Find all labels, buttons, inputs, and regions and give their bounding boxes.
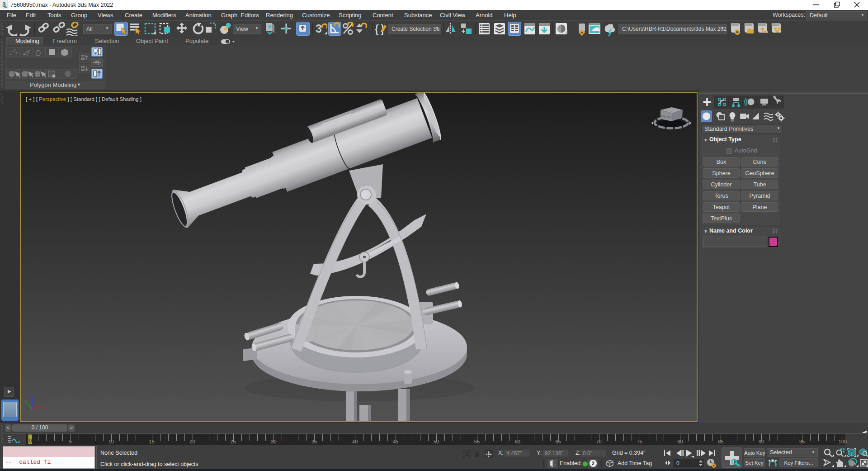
svg-text:3: 3 — [316, 22, 322, 35]
svg-text:{: { — [375, 22, 379, 36]
